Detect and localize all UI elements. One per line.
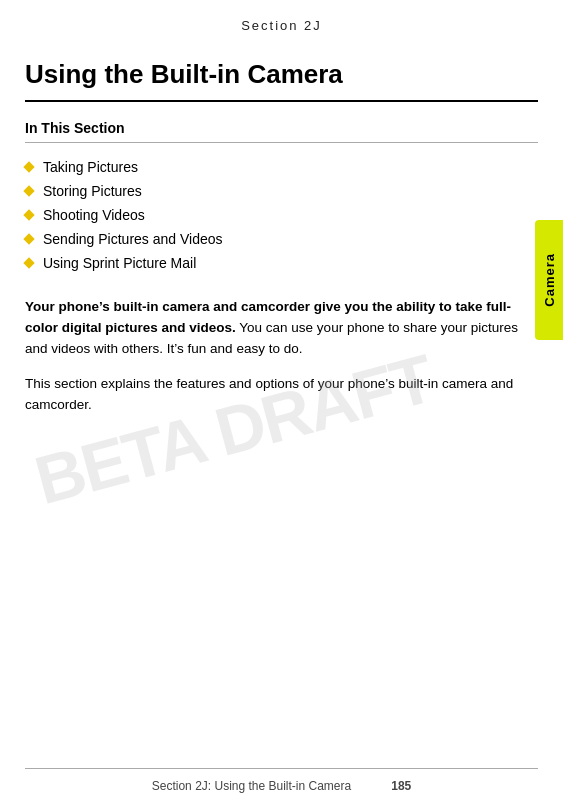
toc-item-label-1: Taking Pictures <box>43 159 138 175</box>
diamond-icon-5 <box>23 258 34 269</box>
toc-item-5: Using Sprint Picture Mail <box>25 251 538 275</box>
toc-item-3: Shooting Videos <box>25 203 538 227</box>
footer-left-text: Section 2J: Using the Built-in Camera <box>152 779 351 793</box>
diamond-icon-3 <box>23 210 34 221</box>
footer: Section 2J: Using the Built-in Camera 18… <box>0 779 563 793</box>
side-tab-text: Camera <box>542 253 557 307</box>
in-this-section: In This Section Taking Pictures Storing … <box>0 102 563 275</box>
toc-item-2: Storing Pictures <box>25 179 538 203</box>
toc-item-1: Taking Pictures <box>25 155 538 179</box>
in-this-section-title: In This Section <box>25 120 538 136</box>
body-paragraph-2: This section explains the features and o… <box>25 374 538 416</box>
toc-item-label-2: Storing Pictures <box>43 183 142 199</box>
diamond-icon-4 <box>23 234 34 245</box>
footer-divider <box>25 768 538 769</box>
section-label: Section 2J <box>241 18 322 33</box>
toc-item-label-3: Shooting Videos <box>43 207 145 223</box>
side-tab: Camera <box>535 220 563 340</box>
body-paragraph-1: Your phone’s built-in camera and camcord… <box>25 297 538 360</box>
diamond-icon-1 <box>23 162 34 173</box>
footer-page-number: 185 <box>391 779 411 793</box>
section-header: Section 2J <box>0 0 563 45</box>
toc-item-4: Sending Pictures and Videos <box>25 227 538 251</box>
section-divider <box>25 142 538 143</box>
toc-item-label-4: Sending Pictures and Videos <box>43 231 223 247</box>
toc-item-label-5: Using Sprint Picture Mail <box>43 255 196 271</box>
diamond-icon-2 <box>23 186 34 197</box>
body-content: Your phone’s built-in camera and camcord… <box>0 275 563 416</box>
toc-list: Taking Pictures Storing Pictures Shootin… <box>25 155 538 275</box>
page-container: Section 2J Using the Built-in Camera In … <box>0 0 563 811</box>
page-title: Using the Built-in Camera <box>0 45 563 96</box>
